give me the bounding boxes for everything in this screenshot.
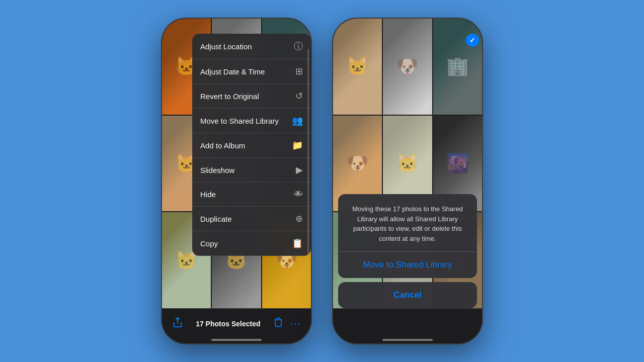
copy-icon: 📋 bbox=[292, 238, 303, 249]
bottom-bar-right bbox=[333, 308, 482, 343]
share-button[interactable] bbox=[172, 317, 183, 330]
menu-item-adjust-location[interactable]: Adjust Location ⓘ bbox=[192, 34, 311, 59]
menu-label-copy: Copy bbox=[200, 239, 218, 248]
add-album-icon: 📁 bbox=[292, 140, 303, 151]
cancel-button[interactable]: Cancel bbox=[338, 282, 477, 308]
bottom-bar: 17 Photos Selected ··· bbox=[162, 308, 311, 343]
more-button[interactable]: ··· bbox=[290, 317, 301, 330]
menu-item-slideshow[interactable]: Slideshow ▶ bbox=[192, 158, 311, 183]
adjust-location-icon: ⓘ bbox=[294, 40, 303, 52]
home-indicator bbox=[211, 339, 262, 341]
selection-checkmark bbox=[466, 34, 479, 47]
photo-cell: 🏢 bbox=[433, 19, 482, 115]
menu-label-slideshow: Slideshow bbox=[200, 166, 234, 174]
context-menu: Adjust Location ⓘ Adjust Date & Time ⊞ R… bbox=[192, 34, 311, 256]
dialog-box: Moving these 17 photos to the Shared Lib… bbox=[338, 194, 477, 278]
menu-label-adjust-datetime: Adjust Date & Time bbox=[200, 67, 265, 76]
dialog-overlay: Moving these 17 photos to the Shared Lib… bbox=[338, 194, 477, 308]
menu-item-duplicate[interactable]: Duplicate ⊕ bbox=[192, 207, 311, 231]
trash-button[interactable] bbox=[273, 317, 283, 330]
shared-library-icon: 👥 bbox=[292, 115, 303, 126]
move-to-shared-library-button[interactable]: Move to Shared Library bbox=[338, 252, 477, 278]
menu-label-duplicate: Duplicate bbox=[200, 215, 232, 223]
duplicate-icon: ⊕ bbox=[295, 213, 303, 224]
menu-item-copy[interactable]: Copy 📋 bbox=[192, 231, 311, 256]
home-indicator-right bbox=[382, 339, 433, 341]
menu-label-add-album: Add to Album bbox=[200, 141, 245, 150]
slideshow-icon: ▶ bbox=[296, 164, 303, 175]
left-phone: 🐱 🐶 🏢 🐱 🐶 🌆 🐱 🐱 🐶 Adjust Location ⓘ Adju… bbox=[161, 18, 312, 344]
hide-icon: 👁 bbox=[294, 189, 303, 200]
photo-cell: 🐱 bbox=[333, 19, 382, 115]
menu-label-shared-library: Move to Shared Library bbox=[200, 117, 279, 125]
menu-item-add-album[interactable]: Add to Album 📁 bbox=[192, 133, 311, 158]
menu-label-revert: Revert to Original bbox=[200, 92, 259, 101]
menu-label-hide: Hide bbox=[200, 190, 216, 199]
adjust-datetime-icon: ⊞ bbox=[295, 66, 303, 77]
right-phone: 🐱 🐶 🏢 🐶 🐱 🌆 🐱 🐱 🐶 Moving these 17 photos… bbox=[332, 18, 483, 344]
menu-item-adjust-datetime[interactable]: Adjust Date & Time ⊞ bbox=[192, 59, 311, 84]
menu-item-hide[interactable]: Hide 👁 bbox=[192, 183, 311, 207]
menu-item-shared-library[interactable]: Move to Shared Library 👥 bbox=[192, 109, 311, 133]
scroll-indicator bbox=[307, 49, 309, 256]
dialog-message: Moving these 17 photos to the Shared Lib… bbox=[338, 194, 477, 251]
menu-item-revert[interactable]: Revert to Original ↺ bbox=[192, 84, 311, 109]
photo-cell: 🐶 bbox=[383, 19, 432, 115]
menu-label-adjust-location: Adjust Location bbox=[200, 42, 252, 51]
revert-icon: ↺ bbox=[295, 90, 303, 102]
photos-selected-label: 17 Photos Selected bbox=[196, 320, 260, 328]
